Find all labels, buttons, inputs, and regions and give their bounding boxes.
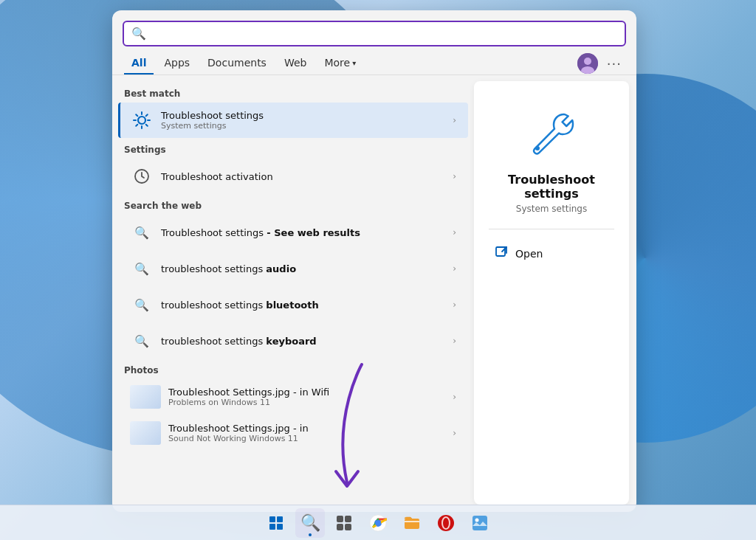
section-best-match-label: Best match (112, 83, 474, 102)
web-result-1[interactable]: 🔍 Troubleshoot settings - See web result… (118, 215, 468, 250)
svg-rect-10 (345, 524, 351, 530)
avatar-image (577, 53, 598, 74)
file-explorer-icon (403, 514, 421, 532)
search-web-icon-4: 🔍 (130, 329, 154, 353)
taskbar-opera-button[interactable] (431, 508, 461, 538)
taskbar-explorer-button[interactable] (397, 508, 427, 538)
web-result-2-title: troubleshoot settings audio (161, 263, 445, 274)
svg-rect-14 (405, 519, 419, 529)
tabs-right-actions: ··· (577, 53, 625, 74)
svg-rect-6 (496, 247, 505, 256)
chevron-right-6-icon: › (453, 336, 456, 346)
svg-rect-8 (345, 516, 351, 522)
chevron-right-2-icon: › (453, 171, 456, 181)
svg-rect-9 (337, 524, 343, 530)
best-match-subtitle: System settings (161, 121, 445, 131)
photo-2-title: Troubleshoot Settings.jpg - in (168, 423, 445, 434)
svg-rect-17 (472, 516, 487, 530)
section-photos-label: Photos (112, 359, 474, 378)
chevron-right-5-icon: › (453, 300, 456, 310)
detail-subtitle: System settings (516, 204, 587, 214)
opera-icon (437, 514, 455, 532)
detail-title: Troubleshoot settings (489, 173, 614, 201)
taskview-icon (336, 515, 352, 531)
chrome-icon (369, 514, 387, 532)
best-match-title: Troubleshoot settings (161, 110, 445, 121)
windows-icon (269, 516, 283, 530)
detail-icon-area (522, 103, 581, 162)
activation-title: Troubleshoot activation (161, 171, 445, 182)
photo-2-subtitle: Sound Not Working Windows 11 (168, 434, 445, 443)
avatar[interactable] (577, 53, 598, 74)
svg-point-13 (375, 520, 381, 526)
photo-1-title: Troubleshoot Settings.jpg - in Wifi (168, 387, 445, 398)
detail-divider (489, 229, 614, 229)
best-match-item[interactable]: Troubleshoot settings System settings › (118, 103, 468, 138)
photo-result-1[interactable]: Troubleshoot Settings.jpg - in Wifi Prob… (118, 379, 468, 415)
tab-web[interactable]: Web (277, 52, 315, 75)
tab-all[interactable]: All (124, 52, 154, 75)
taskbar-taskview-button[interactable] (329, 508, 359, 538)
chevron-right-icon: › (453, 115, 456, 125)
clock-icon (130, 165, 154, 188)
search-content: Best match Troubleshoot settings System … (112, 75, 636, 510)
taskbar-search-button[interactable]: 🔍 (295, 508, 325, 538)
taskbar: 🔍 (0, 505, 756, 540)
search-web-icon-2: 🔍 (130, 257, 154, 280)
settings-activation-item[interactable]: Troubleshoot activation › (118, 159, 468, 194)
section-settings-label: Settings (112, 139, 474, 158)
chevron-right-4-icon: › (453, 263, 456, 274)
tab-documents[interactable]: Documents (200, 52, 274, 75)
right-panel: Troubleshoot settings System settings Op… (474, 81, 629, 505)
web-result-2-text: troubleshoot settings audio (161, 263, 445, 274)
chevron-right-3-icon: › (453, 227, 456, 238)
web-result-3-title: troubleshoot settings bluetooth (161, 300, 445, 311)
wrench-icon (526, 107, 577, 159)
svg-point-3 (138, 117, 145, 124)
photo-1-subtitle: Problems on Windows 11 (168, 398, 445, 407)
taskbar-chrome-button[interactable] (363, 508, 393, 538)
search-bar[interactable]: 🔍 Troubleshoot settings (123, 21, 626, 46)
settings-icon (130, 108, 154, 132)
tab-more[interactable]: More ▾ (317, 52, 363, 75)
web-result-2[interactable]: 🔍 troubleshoot settings audio › (118, 251, 468, 286)
photo-result-2[interactable]: Troubleshoot Settings.jpg - in Sound Not… (118, 415, 468, 451)
open-label: Open (515, 248, 543, 260)
search-taskbar-icon: 🔍 (300, 513, 320, 532)
svg-point-1 (584, 58, 591, 65)
photo-thumb-2 (130, 421, 161, 445)
activation-text: Troubleshoot activation (161, 171, 445, 182)
web-result-3[interactable]: 🔍 troubleshoot settings bluetooth › (118, 287, 468, 322)
section-web-label: Search the web (112, 195, 474, 214)
open-action[interactable]: Open (489, 241, 614, 266)
chevron-right-8-icon: › (453, 428, 456, 438)
tabs-bar: All Apps Documents Web More ▾ ··· (112, 46, 636, 75)
svg-rect-7 (337, 516, 343, 522)
photo-2-text: Troubleshoot Settings.jpg - in Sound Not… (168, 423, 445, 443)
web-result-4[interactable]: 🔍 troubleshoot settings keyboard › (118, 323, 468, 359)
search-web-icon-3: 🔍 (130, 293, 154, 316)
web-result-3-text: troubleshoot settings bluetooth (161, 300, 445, 311)
web-result-1-text: Troubleshoot settings - See web results (161, 227, 445, 238)
open-icon (495, 246, 508, 262)
tab-apps[interactable]: Apps (157, 52, 197, 75)
taskbar-photos-button[interactable] (465, 508, 495, 538)
svg-point-18 (475, 518, 479, 522)
search-icon: 🔍 (131, 27, 146, 41)
photo-thumb-1 (130, 385, 161, 409)
web-result-4-title: troubleshoot settings keyboard (161, 336, 445, 347)
photos-icon (471, 514, 489, 532)
taskbar-start-button[interactable] (261, 508, 291, 538)
photo-1-text: Troubleshoot Settings.jpg - in Wifi Prob… (168, 387, 445, 407)
search-input[interactable]: Troubleshoot settings (152, 27, 617, 40)
search-panel: 🔍 Troubleshoot settings All Apps Documen… (112, 10, 636, 512)
more-options-button[interactable]: ··· (604, 55, 625, 73)
search-web-icon-1: 🔍 (130, 221, 154, 244)
svg-point-5 (535, 146, 540, 150)
left-panel: Best match Troubleshoot settings System … (112, 75, 474, 510)
chevron-down-icon: ▾ (352, 59, 356, 67)
web-result-1-title: Troubleshoot settings - See web results (161, 227, 445, 238)
best-match-text: Troubleshoot settings System settings (161, 110, 445, 131)
chevron-right-7-icon: › (453, 392, 456, 402)
web-result-4-text: troubleshoot settings keyboard (161, 336, 445, 347)
